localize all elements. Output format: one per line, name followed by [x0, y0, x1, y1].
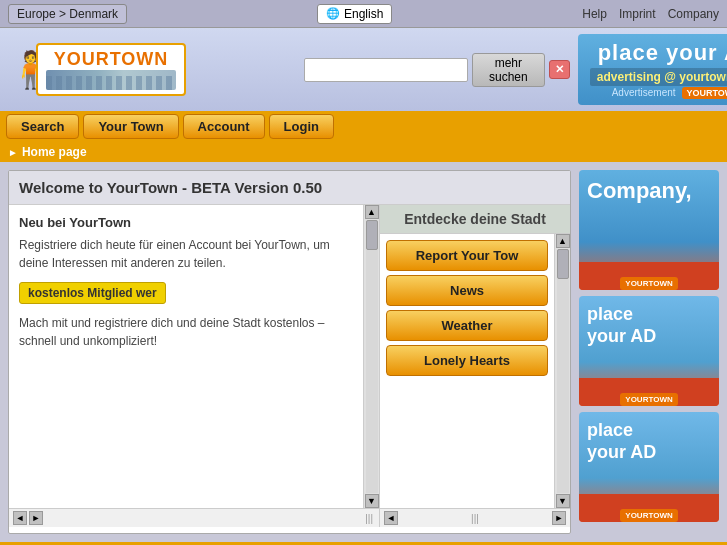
logo-area: YOURTOWN: [36, 43, 296, 96]
logo-city-image: [46, 70, 176, 90]
clear-search-button[interactable]: ✕: [549, 60, 570, 79]
left-panel: Neu bei YourTown Registriere dich heute …: [9, 205, 380, 527]
left-content: Neu bei YourTown Registriere dich heute …: [9, 205, 379, 360]
ad-box-2[interactable]: placeyour AD YOURTOWN: [579, 296, 719, 406]
logo-text: YOURTOWN: [54, 49, 169, 70]
breadcrumb-bar: Home page: [0, 142, 727, 162]
your-town-nav-button[interactable]: Your Town: [83, 114, 178, 139]
ad2-logo: YOURTOWN: [620, 393, 677, 406]
left-scrollbar[interactable]: ▲ ▼: [363, 205, 379, 508]
ad-banner[interactable]: place your AD advertising @ yourtown.inf…: [578, 34, 727, 105]
scroll-down-button[interactable]: ▼: [365, 494, 379, 508]
left-section-title: Neu bei YourTown: [19, 215, 359, 230]
ad-box-1[interactable]: Company, YOURTOWN: [579, 170, 719, 290]
scroll-indicator: |||: [363, 513, 375, 524]
login-nav-button[interactable]: Login: [269, 114, 334, 139]
lonely-hearts-button[interactable]: Lonely Hearts: [386, 345, 548, 376]
left-panel-inner: Neu bei YourTown Registriere dich heute …: [9, 205, 379, 508]
right-scroll-right[interactable]: ►: [552, 511, 566, 525]
report-your-tow-button[interactable]: Report Your Tow: [386, 240, 548, 271]
right-scroll-up[interactable]: ▲: [556, 234, 570, 248]
top-links: Help Imprint Company: [582, 7, 719, 21]
main-content: Welcome to YourTown - BETA Version 0.50 …: [0, 162, 727, 542]
ad-box-2-inner: placeyour AD YOURTOWN: [587, 304, 711, 398]
scroll-left-button[interactable]: ◄: [13, 511, 27, 525]
ad3-logo: YOURTOWN: [620, 509, 677, 522]
ad-box-3[interactable]: placeyour AD YOURTOWN: [579, 412, 719, 522]
search-nav-button[interactable]: Search: [6, 114, 79, 139]
ad3-title: placeyour AD: [587, 420, 711, 463]
ad-banner-email: advertising @ yourtown.info: [590, 68, 727, 86]
figure-icon: 🧍: [8, 46, 28, 94]
nav-bar: Search Your Town Account Login: [0, 111, 727, 142]
news-button[interactable]: News: [386, 275, 548, 306]
right-scroll-down[interactable]: ▼: [556, 494, 570, 508]
ad3-red-bar: YOURTOWN: [579, 494, 719, 522]
right-panel: Entdecke deine Stadt Report Your Tow New…: [380, 205, 570, 527]
mehr-suchen-button[interactable]: mehr suchen: [472, 53, 545, 87]
right-scroll-track: [557, 249, 569, 493]
sidebar-ads: Company, YOURTOWN placeyour AD YOURTOWN …: [579, 170, 719, 534]
ad-banner-title: place your AD: [590, 40, 727, 66]
register-link[interactable]: kostenlos Mitglied wer: [19, 282, 166, 304]
imprint-link[interactable]: Imprint: [619, 7, 656, 21]
right-scroll-left[interactable]: ◄: [384, 511, 398, 525]
right-bottom-scroll: ◄ ||| ►: [380, 508, 570, 527]
welcome-header: Welcome to YourTown - BETA Version 0.50: [9, 171, 570, 205]
scroll-up-button[interactable]: ▲: [365, 205, 379, 219]
top-bar: Europe > Denmark English Help Imprint Co…: [0, 0, 727, 28]
ad1-red-bar: YOURTOWN: [579, 262, 719, 290]
scroll-thumb[interactable]: [366, 220, 378, 250]
right-scrollbar[interactable]: ▲ ▼: [554, 234, 570, 508]
scroll-track: [366, 220, 378, 493]
ad2-title: placeyour AD: [587, 304, 711, 347]
breadcrumb-button[interactable]: Europe > Denmark: [8, 4, 127, 24]
right-buttons: Report Your Tow News Weather Lonely Hear…: [380, 234, 554, 508]
language-button[interactable]: English: [317, 4, 392, 24]
two-column-layout: Neu bei YourTown Registriere dich heute …: [9, 205, 570, 527]
left-scroll-horiz: ◄ ►: [13, 511, 43, 525]
ad-banner-subtitle: Advertisement YOURTOWN: [590, 87, 727, 99]
logo-box[interactable]: YOURTOWN: [36, 43, 186, 96]
ad-box-1-inner: Company, YOURTOWN: [587, 178, 711, 282]
scroll-right-button[interactable]: ►: [29, 511, 43, 525]
left-bottom-scroll: ◄ ► |||: [9, 508, 379, 527]
right-panel-title: Entdecke deine Stadt: [380, 205, 570, 234]
ad-logo-small: YOURTOWN: [682, 87, 727, 99]
search-input[interactable]: [304, 58, 468, 82]
ad1-logo: YOURTOWN: [620, 277, 677, 290]
right-panel-inner: Report Your Tow News Weather Lonely Hear…: [380, 234, 570, 508]
ad1-title: Company,: [587, 178, 711, 204]
left-text-2: Mach mit und registriere dich und deine …: [19, 314, 359, 350]
help-link[interactable]: Help: [582, 7, 607, 21]
left-text-1: Registriere dich heute für einen Account…: [19, 236, 359, 272]
breadcrumb-text[interactable]: Home page: [22, 145, 87, 159]
right-scroll-indicator: |||: [469, 513, 481, 524]
search-input-area: mehr suchen ✕: [304, 53, 570, 87]
breadcrumb-area: Europe > Denmark: [8, 4, 127, 24]
ad2-red-bar: YOURTOWN: [579, 378, 719, 406]
company-link[interactable]: Company: [668, 7, 719, 21]
right-scroll-thumb[interactable]: [557, 249, 569, 279]
content-area: Welcome to YourTown - BETA Version 0.50 …: [8, 170, 571, 534]
account-nav-button[interactable]: Account: [183, 114, 265, 139]
header: 🧍 YOURTOWN mehr suchen ✕ place your AD a…: [0, 28, 727, 111]
ad-box-3-inner: placeyour AD YOURTOWN: [587, 420, 711, 514]
weather-button[interactable]: Weather: [386, 310, 548, 341]
